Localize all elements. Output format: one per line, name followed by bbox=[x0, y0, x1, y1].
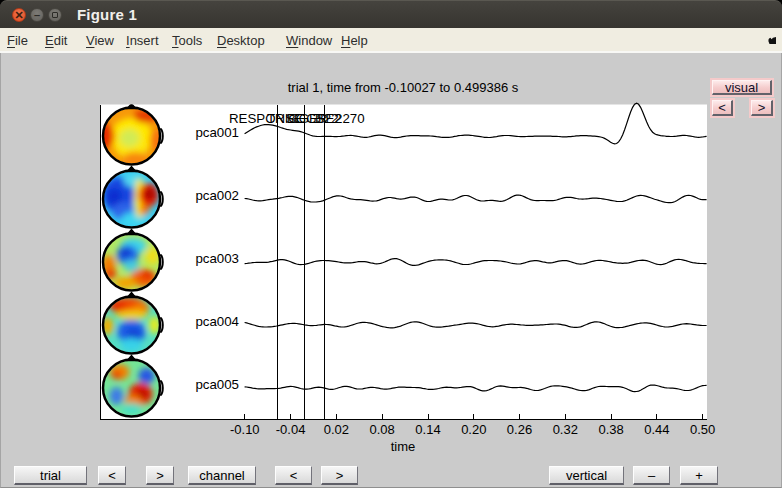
svg-text:0.50: 0.50 bbox=[690, 422, 715, 437]
svg-text:trial 1, time from -0.10027 to: trial 1, time from -0.10027 to 0.499386 … bbox=[288, 80, 519, 95]
svg-text:0.38: 0.38 bbox=[598, 422, 623, 437]
svg-text:0.02: 0.02 bbox=[324, 422, 349, 437]
svg-text:-0.10: -0.10 bbox=[230, 422, 260, 437]
svg-text:pca002: pca002 bbox=[195, 188, 239, 203]
svg-text:2270: 2270 bbox=[335, 111, 365, 126]
svg-text:0.26: 0.26 bbox=[507, 422, 532, 437]
svg-text:-0.04: -0.04 bbox=[276, 422, 306, 437]
svg-text:pca001: pca001 bbox=[195, 125, 239, 140]
svg-text:0.44: 0.44 bbox=[644, 422, 669, 437]
svg-text:pca004: pca004 bbox=[195, 314, 239, 329]
svg-text:0.08: 0.08 bbox=[370, 422, 395, 437]
svg-text:pca005: pca005 bbox=[195, 377, 239, 392]
svg-text:0.32: 0.32 bbox=[553, 422, 578, 437]
svg-text:time: time bbox=[391, 439, 416, 454]
svg-text:0.20: 0.20 bbox=[461, 422, 486, 437]
svg-text:pca003: pca003 bbox=[195, 251, 239, 266]
svg-text:0.14: 0.14 bbox=[415, 422, 440, 437]
